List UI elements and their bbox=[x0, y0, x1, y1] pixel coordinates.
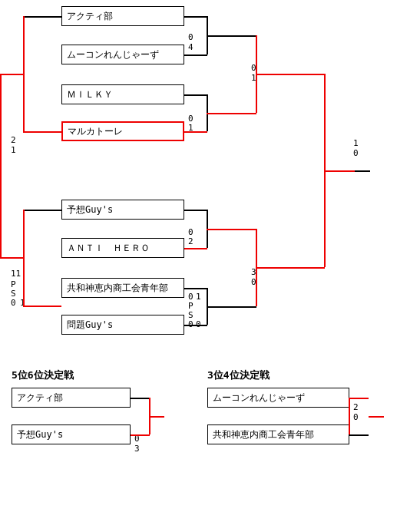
team-2: ムーコンれんじゃーず bbox=[61, 45, 184, 64]
score-semi-2a: 11 bbox=[11, 269, 21, 279]
label-56: 5位6位決定戦 bbox=[12, 368, 74, 382]
bottom-team-1: アクティ部 bbox=[12, 388, 131, 408]
score-final-a: 1 bbox=[353, 138, 359, 148]
score-56-b: 3 bbox=[134, 444, 140, 454]
team-6: ＡＮＴＩ ＨＥＲＯ bbox=[61, 238, 184, 258]
score-semi-2d: 0 bbox=[11, 298, 16, 308]
bracket-container: アクティ部 ムーコンれんじゃーず ＭＩＬＫＹ マルカトーレ 予想Guy's ＡＮ… bbox=[0, 0, 420, 512]
team-1: アクティ部 bbox=[61, 6, 184, 26]
team-5: 予想Guy's bbox=[61, 200, 184, 220]
score-34-b: 0 bbox=[353, 412, 359, 422]
label-34: 3位4位決定戦 bbox=[207, 368, 270, 382]
bottom-team-4: 共和神恵内商工会青年部 bbox=[207, 424, 349, 444]
team-7: 共和神恵内商工会青年部 bbox=[61, 278, 184, 298]
bottom-team-3: ムーコンれんじゃーず bbox=[207, 388, 349, 408]
team-8: 問題Guy's bbox=[61, 315, 184, 335]
score-semi-1a: 2 bbox=[11, 135, 16, 145]
score-semi-1b: 1 bbox=[11, 145, 16, 155]
score-final-b: 0 bbox=[353, 148, 359, 158]
score-r1-1b: 4 bbox=[188, 42, 193, 52]
score-r1-3b: 2 bbox=[188, 236, 193, 246]
score-r1-4a2: 1 bbox=[196, 292, 201, 302]
score-r1-1a: 0 bbox=[188, 32, 193, 42]
score-34-a: 2 bbox=[353, 402, 359, 412]
bottom-team-2: 予想Guy's bbox=[12, 424, 131, 444]
team-3: ＭＩＬＫＹ bbox=[61, 84, 184, 104]
team-4: マルカトーレ bbox=[61, 121, 184, 141]
